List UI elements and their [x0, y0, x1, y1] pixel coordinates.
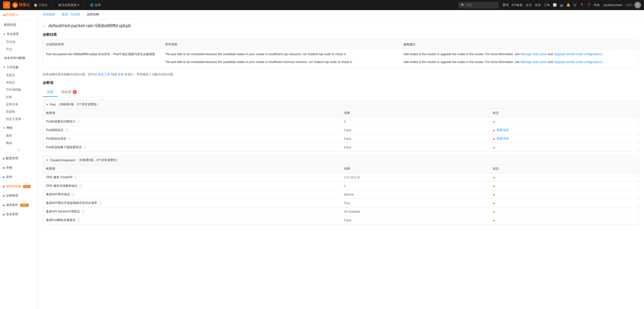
nav-bell-icon[interactable]: 🔔 [566, 3, 570, 7]
sidebar-group-workload[interactable]: ▼ 工作负载 [0, 63, 37, 72]
sidebar-item-pod[interactable]: 容器组 [0, 108, 37, 115]
manage-node-pools-link-1[interactable]: Manage node pools [520, 52, 547, 56]
sidebar-item-service[interactable]: 服务 [0, 132, 37, 139]
info-icon[interactable]: i [77, 219, 80, 222]
user-info[interactable]: javaliaozhiwei 主账号 头 [604, 2, 641, 8]
sidebar-item-cluster-info[interactable]: 集群信息 [0, 21, 37, 29]
sidebar-back-button[interactable]: ◀ 红包雨 ▾ [0, 10, 37, 20]
info-icon[interactable]: i [74, 176, 77, 179]
nav-cart-icon[interactable]: 🛒 [573, 3, 577, 7]
pod-section-header[interactable]: ▼ Pod （共检查4项，2个异常或警告） [43, 100, 639, 109]
table-row: DNS 服务 ClusterIP i 172.16.0.10 ● [43, 173, 639, 182]
pod-col-result: 结果 [341, 109, 490, 117]
sidebar-item-daemon-set[interactable]: 守护进程集 [0, 86, 37, 94]
sidebar-group-security[interactable]: ▶ 安全管理 [0, 210, 37, 219]
sidebar-group-ops[interactable]: ▶ 运维管理 [0, 192, 37, 200]
nav-enterprise[interactable]: 企业 [526, 3, 532, 7]
status-err-icon: ● [493, 128, 495, 132]
pod-col-name: 检查项 [43, 109, 341, 117]
sidebar-section-storage: ▶ 存储 [0, 164, 37, 172]
table-row: DNS 服务后端服务端点 i 2 ● [43, 182, 639, 190]
sidebar-group-cost[interactable]: ▶ 成本套件 OPEN [0, 201, 37, 209]
info-icon[interactable]: i [82, 210, 85, 213]
check-result-pod-cidr: False [341, 216, 490, 224]
sidebar-divider-collapse[interactable]: ≡ [0, 147, 37, 153]
sidebar-item-namespace[interactable]: 命名空间与配额 [0, 54, 37, 62]
back-button[interactable]: ← [43, 24, 46, 28]
info-icon[interactable]: i [77, 120, 80, 123]
feedback-link[interactable]: 反馈 [118, 73, 124, 76]
nav-icp[interactable]: ICP备案 [512, 3, 523, 7]
diag-header-reason: 异常原因 [162, 40, 400, 49]
diag-table-header: 识别到的异常 异常原因 修复建议 [43, 40, 639, 49]
cluster-check-section: ▼ ClusterComponent （共检查6项，0个异常或警告） 检查项 结… [43, 156, 639, 225]
content: 所有集群 ： 集群：红包雨 ： 故障诊断 ← default/red-packe… [38, 10, 644, 309]
sidebar-group-storage[interactable]: ▶ 存储 [0, 164, 37, 172]
nav-global[interactable]: 🌐 全球 [90, 3, 101, 7]
info-icon[interactable]: i [65, 129, 68, 132]
top-nav-right: 🔍 搜索 费用 ICP备案 企业 支持 工单 📊 📺 🔔 🛒 📍 ❓ 简体 ja… [458, 2, 641, 8]
sidebar-group-node-management[interactable]: ▼ 节点管理 [0, 30, 37, 38]
check-status-dns-endpoints: ● [490, 182, 639, 190]
nav-support[interactable]: 支持 [535, 3, 541, 7]
nav-video-icon[interactable]: 📺 [560, 3, 563, 7]
sidebar-section-config: ▶ 配置管理 [0, 154, 37, 163]
info-icon[interactable]: i [99, 201, 102, 205]
sidebar-group-network[interactable]: ▼ 网络 [0, 124, 37, 132]
search-box[interactable]: 🔍 搜索 [458, 2, 499, 8]
nav-fee[interactable]: 费用 [503, 3, 509, 7]
check-item-pod-cidr: 集群Pod网段余量紧张 i [43, 216, 341, 224]
check-result-init: False [341, 135, 490, 143]
nav-lang[interactable]: 简体 [594, 3, 600, 7]
sidebar-item-ingress[interactable]: 路由 [0, 139, 37, 147]
sidebar-item-stateful[interactable]: 有状态 [0, 79, 37, 86]
upgrade-worker-link-2[interactable]: Upgrade worker node configurations [554, 60, 602, 64]
nav-workbench[interactable]: 🏠 工作台 [34, 3, 48, 7]
info-icon[interactable]: i [83, 146, 86, 149]
nav-monitor-icon[interactable]: 📊 [553, 3, 557, 7]
check-item-init-state: Pod初始化状态 i [43, 135, 341, 143]
nav-help-icon[interactable]: ❓ [587, 3, 591, 7]
sidebar-item-job[interactable]: 任务 [0, 94, 37, 101]
sidebar-group-app[interactable]: ▶ 应用 [0, 173, 37, 181]
info-icon[interactable]: i [68, 137, 71, 140]
sidebar-section-cluster: 集群信息 [0, 21, 37, 29]
pod-col-status: 状态 [490, 109, 639, 117]
sidebar-item-cron-job[interactable]: 定时任务 [0, 101, 37, 108]
manage-node-pools-link-2[interactable]: Manage node pools [520, 60, 547, 64]
breadcrumb-cluster[interactable]: 集群：红包雨 [62, 12, 80, 17]
breadcrumb-all-clusters[interactable]: 所有集群 [43, 12, 55, 17]
sidebar-group-inspect[interactable]: ▶ 巡检和诊断 NEW [0, 182, 37, 191]
diag-hint: 如果诊断结果未能解决您的问题，您可以 提交工单 或者 反馈 给我们，将有服务人员… [43, 72, 639, 77]
table-row: Pod容器重启次数统计 i 0 ● [43, 117, 639, 126]
pod-table-header: 检查项 结果 状态 [43, 109, 639, 117]
upgrade-worker-link-1[interactable]: Upgrade worker node configurations [554, 52, 602, 56]
status-ok-icon: ● [493, 201, 495, 205]
check-status-image: ● [490, 143, 639, 151]
svg-text:云: 云 [14, 4, 16, 7]
info-icon[interactable]: i [71, 193, 75, 196]
sidebar-group-config[interactable]: ▶ 配置管理 [0, 154, 37, 163]
nav-account-resources[interactable]: 账号全部资源 ▾ [58, 3, 79, 7]
menu-icon[interactable]: ≡ [3, 2, 10, 9]
check-status-init: ● 查看详情 [490, 135, 639, 143]
tab-all[interactable]: 全部 [43, 88, 57, 97]
sidebar-item-node-pool[interactable]: 节点池 [0, 38, 37, 46]
pod-collapse-arrow: ▼ [46, 103, 49, 106]
cluster-section-header[interactable]: ▼ ClusterComponent （共检查6项，0个异常或警告） [43, 156, 639, 165]
submit-ticket-link[interactable]: 提交工单 [98, 73, 110, 76]
sidebar-item-stateless[interactable]: 无状态 [0, 72, 37, 79]
sidebar-section-cost: ▶ 成本套件 OPEN [0, 201, 37, 209]
tab-pending[interactable]: 待处理 2 [57, 88, 81, 97]
nav-ticket[interactable]: 工单 [544, 3, 550, 7]
sidebar-item-node[interactable]: 节点 [0, 46, 37, 53]
info-icon[interactable]: i [79, 184, 82, 188]
nav-location-icon[interactable]: 📍 [580, 3, 584, 7]
cluster-section-subtitle: （共检查6项，0个异常或警告） [77, 158, 119, 162]
view-detail-schedule-button[interactable]: 查看详情 [497, 128, 509, 132]
main-layout: ◀ 红包雨 ▾ 集群信息 ▼ 节点管理 节点池 节点 命名空间与配额 ▼ [0, 10, 644, 309]
sidebar-item-crd[interactable]: 自定义资源 [0, 115, 37, 123]
view-detail-init-button[interactable]: 查看详情 [497, 137, 509, 141]
cluster-col-result: 结果 [341, 165, 490, 173]
top-nav-links: 🏠 工作台 | 账号全部资源 ▾ | 🌐 全球 [34, 3, 101, 7]
